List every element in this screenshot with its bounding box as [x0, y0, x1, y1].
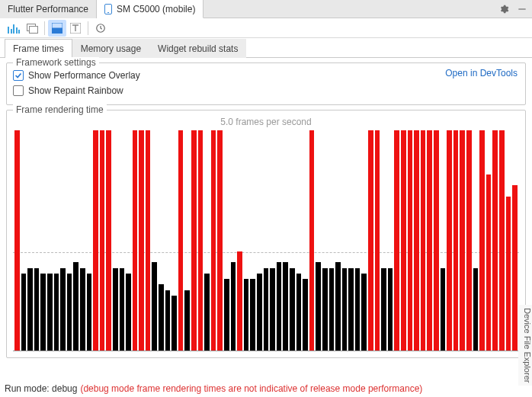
frame-bar: [217, 130, 223, 351]
frame-bar: [270, 268, 275, 351]
frame-bar: [40, 274, 46, 351]
bar-chart-icon: [8, 23, 20, 34]
frame-bar: [264, 268, 269, 351]
phone-icon: [104, 4, 112, 14]
checkbox-icon: [13, 70, 24, 81]
frame-bar: [368, 130, 373, 351]
frame-time-chart: [13, 130, 519, 351]
frame-bar: [60, 268, 66, 351]
framework-settings-group: Framework settings Show Performance Over…: [6, 62, 526, 105]
frame-bar: [303, 279, 308, 351]
frame-bar: [191, 130, 197, 351]
frame-bar: [244, 279, 249, 351]
frame-bar: [237, 251, 242, 351]
minimize-icon[interactable]: [517, 4, 527, 14]
frame-bar: [512, 185, 518, 351]
frame-bar: [421, 130, 426, 351]
text-T-icon: [70, 23, 81, 34]
frame-bar: [27, 268, 33, 351]
show-performance-overlay-row[interactable]: Show Performance Overlay: [13, 68, 519, 83]
top-right-icons: [494, 0, 532, 18]
frame-bar: [198, 130, 204, 351]
content-area: Framework settings Show Performance Over…: [0, 58, 532, 358]
frame-bar: [93, 130, 98, 351]
tab-widget-rebuild-stats[interactable]: Widget rebuild stats: [149, 39, 246, 58]
run-mode-warning: (debug mode frame rendering times are no…: [80, 383, 422, 394]
frame-bar: [47, 274, 53, 351]
frame-bar: [441, 268, 446, 351]
frame-bar: [224, 279, 229, 351]
frame-bar: [316, 262, 321, 351]
frame-bar: [296, 274, 302, 351]
frame-bar: [106, 130, 111, 351]
tab-frame-times[interactable]: Frame times: [5, 39, 72, 58]
frame-bar: [14, 130, 20, 351]
frame-rendering-group: Frame rendering time 5.0 frames per seco…: [6, 110, 526, 358]
history-button[interactable]: [91, 20, 110, 37]
run-mode-status: Run mode: debug (debug mode frame render…: [5, 383, 527, 394]
frame-bar: [250, 279, 255, 351]
frame-bar: [120, 268, 125, 351]
frame-bar: [506, 197, 511, 351]
open-in-devtools-link[interactable]: Open in DevTools: [445, 68, 518, 78]
toolbar-separator: [44, 21, 45, 35]
perf-toolbar: [0, 18, 532, 38]
side-tab-label: Device File Explorer: [523, 308, 532, 383]
frame-bar: [178, 130, 184, 351]
frame-bar: [277, 262, 282, 351]
frame-bar: [427, 130, 432, 351]
checkbox-label: Show Repaint Rainbow: [28, 85, 123, 96]
svg-rect-1: [52, 28, 62, 34]
fps-caption: 5.0 frames per second: [13, 117, 519, 127]
frame-bar: [73, 262, 79, 351]
frame-chart-button[interactable]: [5, 20, 23, 37]
frame-bar: [453, 130, 459, 351]
svg-rect-2: [52, 23, 62, 28]
frame-bar: [447, 130, 452, 351]
frame-bar: [460, 130, 465, 351]
grid-icon: [52, 23, 62, 34]
frame-bar: [126, 274, 131, 351]
frame-bar: [139, 130, 144, 351]
frame-bar: [394, 130, 399, 351]
toggle-platform-button[interactable]: [66, 20, 85, 37]
frame-bar: [257, 274, 262, 351]
frame-bar: [184, 290, 190, 351]
frame-bar: [479, 130, 485, 351]
frame-bar: [499, 130, 505, 351]
tab-memory-usage[interactable]: Memory usage: [72, 39, 149, 58]
layers-button[interactable]: [23, 20, 41, 37]
frame-bar: [309, 130, 315, 351]
frame-bar: [211, 130, 216, 351]
frame-bar: [322, 268, 328, 351]
frame-bar: [290, 268, 295, 351]
performance-overlay-toggle[interactable]: [48, 20, 66, 37]
frame-bar: [100, 130, 105, 351]
frame-bar: [381, 268, 386, 351]
frame-bar: [231, 262, 236, 351]
frame-bar: [152, 262, 157, 351]
frame-bar: [80, 268, 85, 351]
frame-bar: [113, 268, 118, 351]
toolbar-separator: [88, 21, 88, 35]
frame-bar: [171, 296, 177, 351]
frame-bar: [159, 284, 164, 351]
frame-bar: [165, 290, 171, 351]
checkbox-icon: [13, 85, 24, 96]
frame-bar: [492, 130, 498, 351]
top-device-tabbar: Flutter Performance SM C5000 (mobile): [0, 0, 532, 18]
frame-bar: [67, 274, 72, 351]
tab-flutter-performance[interactable]: Flutter Performance: [0, 0, 97, 18]
tab-device-sm-c5000[interactable]: SM C5000 (mobile): [97, 0, 204, 18]
device-file-explorer-tab[interactable]: Device File Explorer: [518, 305, 532, 386]
run-mode-label: Run mode: debug: [5, 383, 77, 394]
frame-bar: [473, 268, 479, 351]
gear-icon[interactable]: [498, 4, 509, 14]
show-repaint-rainbow-row[interactable]: Show Repaint Rainbow: [13, 83, 519, 98]
perf-subtabs: Frame times Memory usage Widget rebuild …: [0, 38, 532, 58]
svg-rect-0: [518, 8, 525, 9]
clock-icon: [95, 23, 106, 34]
layers-icon: [27, 24, 37, 33]
frame-bar: [375, 130, 380, 351]
frame-bar: [133, 130, 138, 351]
